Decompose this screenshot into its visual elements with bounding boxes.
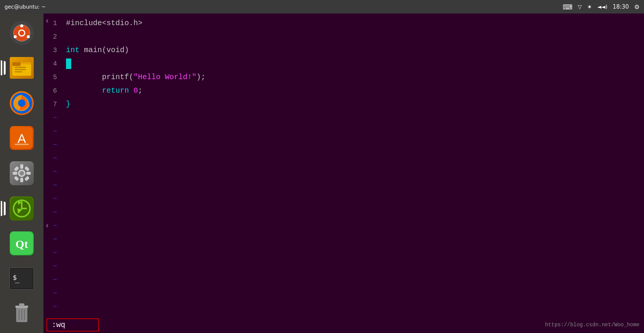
qt-creator-icon: Qt [10, 231, 34, 255]
code-line-5: printf("Hello World!"); [66, 70, 644, 84]
keyboard-icon: ⌨ [563, 3, 572, 11]
active-indicator [4, 61, 6, 75]
system-tray: ⌨ ▽ ✶ ◄◄) 18:30 ⚙ [563, 3, 640, 11]
file-manager-icon [10, 57, 34, 79]
svg-rect-38 [19, 305, 24, 306]
svg-rect-10 [15, 71, 22, 72]
svg-rect-22 [26, 172, 31, 175]
sidebar-item-systemtools[interactable] [5, 157, 38, 190]
sidebar-item-trash[interactable] [5, 297, 38, 330]
code-line-7: } [66, 98, 644, 111]
svg-rect-20 [20, 178, 23, 182]
sidebar-item-terminal[interactable]: _ $ [5, 262, 38, 295]
active-indicator-2 [4, 202, 6, 215]
sidebar-item-appstore[interactable]: A [5, 122, 38, 155]
svg-point-2 [20, 24, 23, 27]
sidebar-item-qt[interactable]: Qt [5, 227, 38, 260]
svg-rect-25 [14, 176, 19, 181]
sidebar-item-updater[interactable] [5, 192, 38, 225]
svg-rect-19 [20, 164, 23, 169]
code-line-4 [66, 57, 644, 70]
svg-rect-23 [14, 166, 19, 171]
svg-rect-9 [15, 69, 26, 70]
url-link[interactable]: https://blog.csdn.net/Woo_home [545, 322, 640, 328]
vim-cursor [66, 58, 71, 69]
svg-text:$: $ [13, 273, 17, 281]
svg-rect-7 [12, 62, 21, 66]
volume-icon: ◄◄) [597, 4, 607, 10]
svg-rect-8 [15, 67, 26, 68]
svg-rect-24 [24, 166, 30, 171]
top-bar: gec@ubuntu: ~ ⌨ ▽ ✶ ◄◄) 18:30 ⚙ [0, 0, 644, 14]
sidebar: A [0, 14, 43, 333]
window-title: gec@ubuntu: ~ [4, 4, 46, 10]
settings-icon [10, 161, 34, 185]
svg-text:Qt: Qt [15, 238, 28, 250]
code-line-1: #include<stdio.h> [66, 16, 644, 30]
ubuntu-icon [10, 21, 34, 45]
vim-command-input[interactable]: :wq [46, 318, 99, 332]
software-updater-icon [10, 196, 34, 220]
bluetooth-icon: ✶ [587, 3, 592, 10]
power-icon: ⚙ [634, 3, 640, 10]
firefox-icon [10, 91, 34, 115]
svg-point-4 [27, 35, 30, 38]
svg-rect-21 [13, 172, 17, 175]
wifi-icon: ▽ [578, 4, 582, 10]
code-line-2 [66, 30, 644, 44]
code-content[interactable]: #include<stdio.h> int main(void) printf(… [61, 14, 644, 316]
code-line-3: int main(void) [66, 44, 644, 57]
terminal-icon: _ $ [10, 268, 34, 290]
svg-text:A: A [18, 131, 26, 146]
trash-icon [12, 302, 31, 326]
svg-point-3 [14, 35, 17, 38]
sidebar-collapse-arrow-top[interactable]: ‹ [43, 14, 49, 28]
sidebar-item-filemanager[interactable] [5, 52, 38, 85]
sidebar-collapse-arrow-mid[interactable]: ‹ [43, 221, 49, 230]
sidebar-item-ubuntu[interactable] [5, 16, 38, 50]
sidebar-item-firefox[interactable] [5, 87, 38, 120]
editor-area: 1 2 3 4 5 6 7 ~ ~ ~ ~ ~ ~ ~ ~ ~ ~ ~ ~ ~ … [43, 14, 644, 333]
clock: 18:30 [613, 3, 629, 10]
editor-content: 1 2 3 4 5 6 7 ~ ~ ~ ~ ~ ~ ~ ~ ~ ~ ~ ~ ~ … [43, 14, 644, 316]
code-line-6: return 0; [66, 84, 644, 98]
svg-point-18 [19, 171, 24, 176]
bottom-bar: :wq https://blog.csdn.net/Woo_home [43, 316, 644, 333]
svg-rect-26 [24, 176, 30, 181]
svg-point-13 [18, 99, 25, 107]
line-numbers: 1 2 3 4 5 6 7 ~ ~ ~ ~ ~ ~ ~ ~ ~ ~ ~ ~ ~ … [43, 14, 61, 316]
app-store-icon: A [10, 126, 34, 150]
svg-rect-16 [15, 144, 29, 145]
